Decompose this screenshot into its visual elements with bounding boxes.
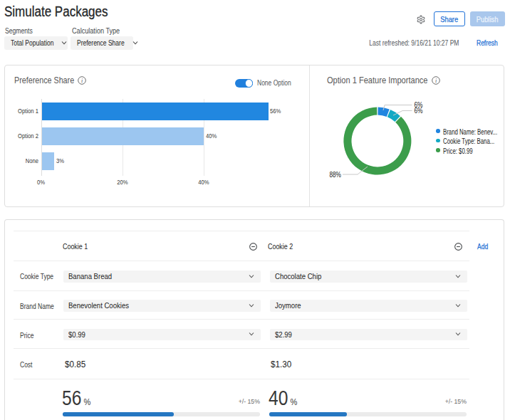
svg-text:i: i xyxy=(81,78,83,84)
svg-text:88%: 88% xyxy=(329,171,341,179)
svg-text:i: i xyxy=(435,78,437,84)
svg-text:6%: 6% xyxy=(415,107,423,115)
